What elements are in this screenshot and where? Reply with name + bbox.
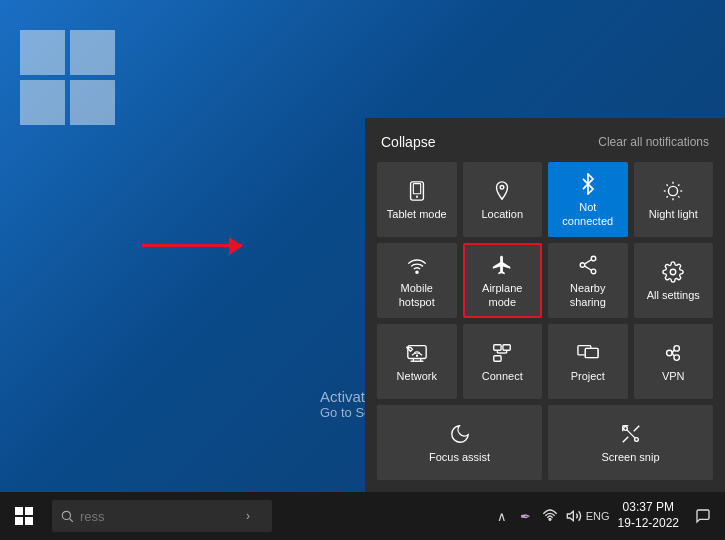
svg-point-38 xyxy=(667,350,673,356)
night-light-icon xyxy=(662,180,684,202)
svg-rect-36 xyxy=(585,348,598,357)
quick-actions-row1: Tablet mode Location Not connected xyxy=(377,162,713,237)
tray-language[interactable]: ENG xyxy=(588,506,608,526)
vpn-tile[interactable]: VPN xyxy=(634,324,714,399)
svg-point-43 xyxy=(623,427,627,431)
clear-notifications-button[interactable]: Clear all notifications xyxy=(598,135,709,149)
tablet-icon xyxy=(406,180,428,202)
svg-rect-6 xyxy=(413,184,420,194)
system-clock[interactable]: 03:37 PM 19-12-2022 xyxy=(612,500,685,531)
focus-assist-label: Focus assist xyxy=(429,451,490,464)
svg-line-47 xyxy=(633,426,639,432)
svg-rect-0 xyxy=(20,30,65,75)
svg-point-44 xyxy=(634,438,638,442)
connect-icon xyxy=(491,342,513,364)
notification-center-button[interactable] xyxy=(689,502,717,530)
tray-feather-icon[interactable]: ✒ xyxy=(516,506,536,526)
svg-point-23 xyxy=(671,269,677,275)
svg-point-39 xyxy=(674,346,680,352)
start-button[interactable] xyxy=(0,492,48,540)
hotspot-icon xyxy=(406,254,428,276)
location-tile[interactable]: Location xyxy=(463,162,543,237)
svg-line-13 xyxy=(667,184,668,185)
project-icon xyxy=(577,342,599,364)
svg-line-21 xyxy=(584,260,591,264)
svg-rect-2 xyxy=(20,80,65,125)
taskbar-search-box[interactable]: › xyxy=(52,500,272,532)
search-input[interactable] xyxy=(80,509,240,524)
not-connected-label: Not connected xyxy=(554,201,622,227)
airplane-icon xyxy=(491,254,513,276)
connect-tile[interactable]: Connect xyxy=(463,324,543,399)
mobile-hotspot-tile[interactable]: Mobile hotspot xyxy=(377,243,457,318)
focus-assist-tile[interactable]: Focus assist xyxy=(377,405,542,480)
svg-point-40 xyxy=(674,355,680,361)
svg-line-22 xyxy=(584,267,591,271)
svg-rect-50 xyxy=(15,507,23,515)
quick-actions-row3: Network Connect xyxy=(377,324,713,399)
search-icon xyxy=(60,509,74,523)
network-icon xyxy=(406,342,428,364)
svg-line-15 xyxy=(678,184,679,185)
clock-date: 19-12-2022 xyxy=(618,516,679,532)
night-light-tile[interactable]: Night light xyxy=(634,162,714,237)
network-label: Network xyxy=(397,370,437,383)
tray-chevron[interactable]: ∧ xyxy=(492,506,512,526)
svg-point-19 xyxy=(580,263,585,268)
mobile-hotspot-label: Mobile hotspot xyxy=(383,282,451,308)
nearby-sharing-tile[interactable]: Nearby sharing xyxy=(548,243,628,318)
svg-line-14 xyxy=(678,196,679,197)
bluetooth-icon xyxy=(577,173,599,195)
svg-rect-29 xyxy=(494,345,501,351)
settings-icon xyxy=(662,261,684,283)
project-tile[interactable]: Project xyxy=(548,324,628,399)
action-center-header: Collapse Clear all notifications xyxy=(377,134,713,150)
location-icon xyxy=(491,180,513,202)
tray-volume-icon[interactable] xyxy=(564,506,584,526)
svg-rect-53 xyxy=(25,517,33,525)
screen-snip-tile[interactable]: Screen snip xyxy=(548,405,713,480)
night-light-label: Night light xyxy=(649,208,698,221)
svg-line-41 xyxy=(672,350,674,353)
svg-line-46 xyxy=(622,437,628,443)
network-tile[interactable]: Network xyxy=(377,324,457,399)
search-arrow-icon: › xyxy=(246,509,250,523)
quick-actions-row4: Focus assist Screen snip xyxy=(377,405,713,480)
svg-rect-1 xyxy=(70,30,115,75)
quick-actions-row2: Mobile hotspot Airplane mode Nearby xyxy=(377,243,713,318)
svg-point-17 xyxy=(416,272,418,274)
svg-line-55 xyxy=(70,519,73,522)
svg-marker-57 xyxy=(567,511,573,520)
not-connected-tile[interactable]: Not connected xyxy=(548,162,628,237)
svg-point-56 xyxy=(549,518,551,520)
all-settings-tile[interactable]: All settings xyxy=(634,243,714,318)
system-tray: ∧ ✒ ENG 03:37 PM 19-12-2022 xyxy=(492,500,725,531)
svg-rect-52 xyxy=(15,517,23,525)
svg-point-20 xyxy=(591,269,596,274)
svg-line-42 xyxy=(672,353,674,356)
tablet-mode-label: Tablet mode xyxy=(387,208,447,221)
tablet-mode-tile[interactable]: Tablet mode xyxy=(377,162,457,237)
screen-snip-icon xyxy=(620,423,642,445)
svg-line-16 xyxy=(667,196,668,197)
action-center-panel: Collapse Clear all notifications Tablet … xyxy=(365,118,725,492)
red-arrow-indicator xyxy=(142,244,242,247)
airplane-mode-tile[interactable]: Airplane mode xyxy=(463,243,543,318)
moon-icon xyxy=(449,423,471,445)
airplane-mode-label: Airplane mode xyxy=(469,282,537,308)
svg-point-7 xyxy=(500,185,504,189)
svg-rect-30 xyxy=(503,345,510,351)
connect-label: Connect xyxy=(482,370,523,383)
svg-rect-51 xyxy=(25,507,33,515)
vpn-label: VPN xyxy=(662,370,685,383)
nearby-sharing-icon xyxy=(577,254,599,276)
svg-point-54 xyxy=(62,511,70,519)
all-settings-label: All settings xyxy=(647,289,700,302)
clock-time: 03:37 PM xyxy=(618,500,679,516)
tray-network-icon[interactable] xyxy=(540,506,560,526)
screen-snip-label: Screen snip xyxy=(601,451,659,464)
nearby-sharing-label: Nearby sharing xyxy=(554,282,622,308)
taskbar: › ∧ ✒ ENG 03:37 PM xyxy=(0,492,725,540)
collapse-button[interactable]: Collapse xyxy=(381,134,435,150)
svg-point-8 xyxy=(669,186,678,195)
